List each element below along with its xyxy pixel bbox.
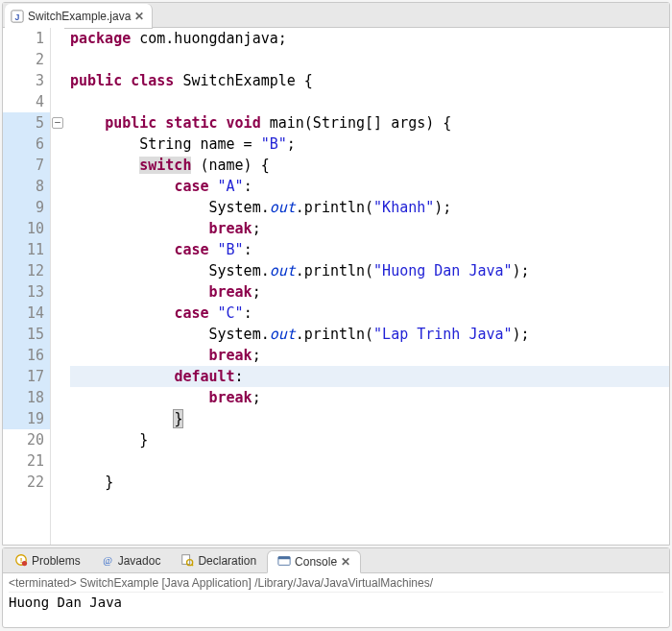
- editor-pane: J SwitchExample.java ✕ 12345678910111213…: [2, 2, 670, 546]
- javadoc-icon: @: [101, 553, 114, 570]
- fold-toggle-icon[interactable]: −: [52, 117, 63, 129]
- svg-line-8: [192, 564, 193, 565]
- declaration-icon: [180, 553, 194, 570]
- java-file-icon: J: [11, 10, 24, 23]
- bottom-views-panel: !Problems@JavadocDeclarationConsole✕ <te…: [2, 547, 670, 628]
- problems-icon: !: [14, 553, 28, 570]
- console-body: <terminated> SwitchExample [Java Applica…: [3, 573, 669, 627]
- editor-tab[interactable]: J SwitchExample.java ✕: [5, 4, 153, 29]
- close-view-icon[interactable]: ✕: [341, 555, 350, 569]
- views-tab-bar: !Problems@JavadocDeclarationConsole✕: [3, 548, 669, 573]
- line-number-gutter: 12345678910111213141516171819202122: [3, 28, 51, 545]
- view-tab-console[interactable]: Console✕: [267, 550, 361, 573]
- view-tab-javadoc[interactable]: @Javadoc: [91, 549, 172, 572]
- editor-tab-label: SwitchExample.java: [28, 10, 131, 23]
- console-output: Huong Dan Java: [9, 593, 663, 610]
- view-tab-label: Console: [295, 555, 337, 569]
- console-status: <terminated> SwitchExample [Java Applica…: [9, 575, 663, 593]
- editor-tab-bar: J SwitchExample.java ✕: [3, 3, 669, 28]
- folding-marker-column: −: [51, 28, 64, 545]
- view-tab-problems[interactable]: !Problems: [5, 549, 91, 572]
- view-tab-declaration[interactable]: Declaration: [171, 549, 267, 572]
- view-tab-label: Javadoc: [118, 554, 161, 568]
- svg-point-4: [22, 560, 27, 565]
- console-icon: [277, 554, 291, 570]
- svg-text:J: J: [15, 12, 20, 21]
- close-tab-icon[interactable]: ✕: [134, 10, 144, 23]
- code-editor[interactable]: 12345678910111213141516171819202122 − pa…: [3, 28, 669, 545]
- svg-text:@: @: [103, 554, 112, 565]
- svg-rect-10: [278, 556, 290, 559]
- code-content[interactable]: package com.huongdanjava; public class S…: [64, 28, 669, 545]
- view-tab-label: Problems: [32, 554, 81, 568]
- view-tab-label: Declaration: [198, 554, 256, 568]
